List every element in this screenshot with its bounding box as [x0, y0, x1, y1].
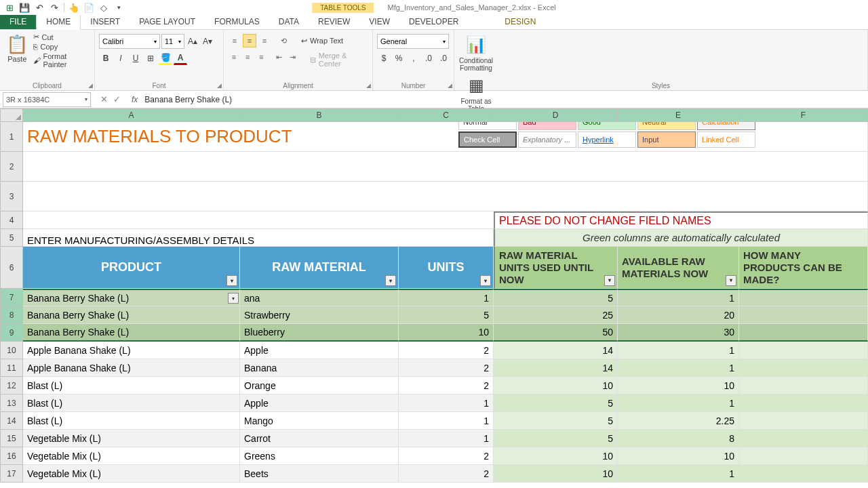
row-header[interactable]: 15 [0, 430, 23, 447]
row-header[interactable]: 4 [0, 211, 23, 229]
tab-view[interactable]: VIEW [359, 14, 399, 29]
cell-available[interactable]: 8 [618, 430, 739, 447]
tab-page-layout[interactable]: PAGE LAYOUT [130, 14, 205, 29]
filter-icon[interactable]: ▾ [385, 275, 396, 286]
row-header[interactable]: 5 [0, 229, 23, 247]
increase-indent-button[interactable]: ⇥ [287, 50, 299, 64]
name-box[interactable]: 3R x 16384C▾ [3, 92, 91, 107]
cell-how-many[interactable] [739, 359, 868, 377]
bold-button[interactable]: B [99, 52, 113, 65]
underline-button[interactable]: U [129, 52, 142, 65]
excel-icon[interactable]: ⊞ [3, 1, 16, 14]
tab-insert[interactable]: INSERT [81, 14, 130, 29]
cell-raw-material[interactable]: Banana [240, 359, 399, 377]
fx-icon[interactable]: fx [127, 95, 142, 104]
cell-raw-material[interactable]: Greens [240, 447, 399, 465]
font-dialog-icon[interactable]: ◢ [217, 82, 222, 89]
cell-grid[interactable]: RAW MATERIALS TO PRODUCT PLEASE DO NOT C… [23, 122, 868, 483]
redo-icon[interactable]: ↷ [47, 1, 61, 14]
alignment-dialog-icon[interactable]: ◢ [366, 82, 371, 89]
row-header[interactable]: 12 [0, 377, 23, 394]
accounting-format-button[interactable]: $ [377, 52, 391, 65]
cell-product[interactable]: Banana Berry Shake (L) [23, 289, 240, 306]
cell-units[interactable]: 1 [399, 289, 494, 306]
cell-how-many[interactable] [739, 324, 868, 342]
cell-product[interactable]: Blast (L) [23, 412, 240, 430]
cell-units[interactable]: 5 [399, 306, 494, 324]
cell-used[interactable]: 50 [494, 324, 618, 342]
col-header-d[interactable]: D [494, 108, 618, 122]
cell-used[interactable]: 10 [494, 465, 618, 483]
tab-file[interactable]: FILE [0, 14, 36, 29]
merge-center-button[interactable]: ⊟Merge & Center [307, 50, 368, 69]
header-how-many[interactable]: HOW MANY PRODUCTS CAN BE MADE? [739, 247, 868, 289]
header-raw-material[interactable]: RAW MATERIAL▾ [240, 247, 399, 289]
cell-product[interactable]: Blast (L) [23, 394, 240, 412]
cell-available[interactable]: 2.25 [618, 412, 739, 430]
enter-details-label[interactable]: ENTER MANUFACTURING/ASSEMBLY DETAILS [23, 229, 494, 247]
font-name-combo[interactable]: Calibri▾ [99, 34, 160, 49]
cell-raw-material[interactable]: Orange [240, 377, 399, 394]
col-header-a[interactable]: A [23, 108, 240, 122]
table-row[interactable]: Blast (L)Orange21010 [23, 377, 868, 394]
cell-how-many[interactable] [739, 289, 868, 306]
number-dialog-icon[interactable]: ◢ [448, 82, 452, 89]
number-format-combo[interactable]: General▾ [377, 34, 449, 49]
format-as-table-button[interactable]: ▦ Format as Table [458, 73, 494, 113]
col-header-c[interactable]: C [399, 108, 494, 122]
cell-units[interactable]: 2 [399, 342, 494, 359]
cell-product[interactable]: Vegetable Mix (L) [23, 465, 240, 483]
table-row[interactable]: Vegetable Mix (L)Greens21010 [23, 447, 868, 465]
cell-product[interactable]: Banana Berry Shake (L) [23, 324, 240, 342]
cell-units[interactable]: 1 [399, 394, 494, 412]
cell-used[interactable]: 5 [494, 430, 618, 447]
cell-product[interactable]: Vegetable Mix (L) [23, 430, 240, 447]
tab-data[interactable]: DATA [269, 14, 309, 29]
increase-decimal-button[interactable]: .0 [422, 52, 435, 65]
cell-how-many[interactable] [739, 342, 868, 359]
touch-mode-icon[interactable]: 👆 [67, 1, 81, 14]
clipboard-dialog-icon[interactable]: ◢ [88, 82, 93, 89]
row-header[interactable]: 7 [0, 289, 23, 306]
cell-product[interactable]: Vegetable Mix (L) [23, 447, 240, 465]
col-header-f[interactable]: F [739, 108, 868, 122]
formula-input[interactable]: Banana Berry Shake (L) [142, 95, 868, 104]
italic-button[interactable]: I [114, 52, 127, 65]
row-header[interactable]: 3 [0, 182, 23, 211]
cell-units[interactable]: 2 [399, 359, 494, 377]
tab-review[interactable]: REVIEW [309, 14, 359, 29]
shapes-icon[interactable]: ◇ [97, 1, 111, 14]
cell-available[interactable]: 1 [618, 359, 739, 377]
borders-button[interactable]: ⊞ [144, 52, 157, 65]
cell-how-many[interactable] [739, 394, 868, 412]
cell-product[interactable]: Banana Berry Shake (L) [23, 306, 240, 324]
align-bottom-button[interactable]: ≡ [258, 34, 271, 47]
wrap-text-button[interactable]: ↩Wrap Text [298, 34, 346, 47]
tab-design[interactable]: DESIGN [495, 14, 545, 29]
row-header[interactable]: 6 [0, 247, 23, 289]
paste-button[interactable]: 📋 Paste [4, 31, 31, 79]
dropdown-icon[interactable]: ▾ [228, 293, 239, 304]
cell-how-many[interactable] [739, 377, 868, 394]
col-header-b[interactable]: B [240, 108, 399, 122]
table-row[interactable]: Apple Banana Shake (L)Banana2141 [23, 359, 868, 377]
tab-home[interactable]: HOME [36, 14, 81, 30]
cell-available[interactable]: 1 [618, 465, 739, 483]
font-size-combo[interactable]: 11▾ [161, 34, 184, 49]
cancel-formula-icon[interactable]: ✕ [100, 94, 108, 104]
cell-available[interactable]: 10 [618, 447, 739, 465]
cell-raw-material[interactable]: Carrot [240, 430, 399, 447]
qat-customize-icon[interactable]: ▾ [112, 1, 125, 14]
new-icon[interactable]: 📄 [82, 1, 96, 14]
cell-units[interactable]: 2 [399, 447, 494, 465]
filter-icon[interactable]: ▾ [226, 275, 237, 286]
cell-available[interactable]: 30 [618, 324, 739, 342]
row-header[interactable]: 9 [0, 324, 23, 342]
increase-font-button[interactable]: A▴ [186, 35, 199, 48]
row-header[interactable]: 17 [0, 465, 23, 483]
warning-text[interactable]: PLEASE DO NOT CHANGE FIELD NAMES [494, 211, 868, 229]
cell-raw-material[interactable]: Strawberry [240, 306, 399, 324]
cell-product[interactable]: Apple Banana Shake (L) [23, 359, 240, 377]
row-header[interactable]: 16 [0, 447, 23, 465]
row-header[interactable]: 11 [0, 359, 23, 377]
